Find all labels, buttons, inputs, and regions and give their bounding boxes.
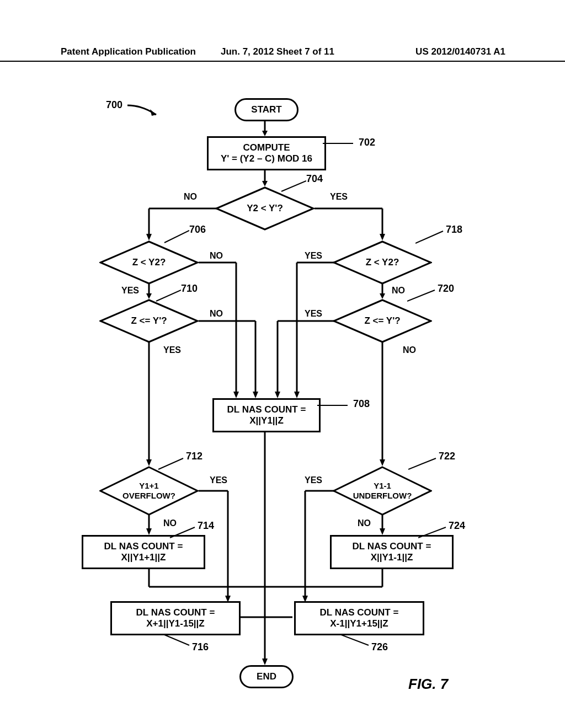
d712: Y1+1OVERFLOW? (99, 466, 199, 516)
d710-label: Z <= Y'? (131, 315, 167, 326)
svg-line-65 (164, 635, 189, 645)
p708: DL NAS COUNT = X||Y1||Z (212, 398, 321, 432)
ref-720: 720 (438, 283, 454, 295)
leader-712 (156, 457, 186, 471)
leader-710 (153, 288, 181, 303)
svg-marker-44 (262, 659, 268, 665)
d718: Z < Y2? (333, 240, 432, 285)
svg-marker-39 (146, 459, 152, 466)
d712-label: Y1+1OVERFLOW? (122, 481, 175, 501)
leader-726 (341, 633, 371, 647)
ref-726: 726 (371, 641, 388, 653)
ref-712: 712 (186, 451, 202, 462)
svg-marker-19 (146, 293, 152, 299)
leader-718 (415, 229, 446, 245)
svg-marker-37 (275, 392, 280, 398)
ref-706: 706 (189, 224, 206, 235)
p714: DL NAS COUNT = X||Y1+1||Z (82, 535, 205, 569)
svg-line-29 (156, 290, 181, 301)
d706: Z < Y2? (99, 240, 199, 285)
ref-708: 708 (353, 398, 370, 410)
arrow-726-merge (265, 614, 295, 620)
p716-l1: DL NAS COUNT = (136, 607, 215, 618)
end-node: END (239, 665, 294, 688)
leader-716 (162, 633, 192, 647)
start-label: START (251, 104, 281, 115)
svg-marker-13 (380, 234, 385, 240)
d718-label: Z < Y2? (366, 257, 399, 268)
leader-700 (126, 104, 164, 120)
p726-l2: X-1||Y1+15||Z (330, 618, 388, 629)
start-node: START (234, 98, 299, 121)
lbl-706-yes: YES (121, 286, 139, 296)
arrow-710-no (198, 319, 258, 398)
leader-702 (323, 141, 356, 146)
lbl-722-yes: YES (305, 475, 322, 485)
flowchart-canvas: 700 START COMPUTE Y' = (Y2 – C) MOD 16 7… (0, 88, 565, 695)
arrow-714-merge (146, 568, 268, 590)
compute-l1: COMPUTE (243, 142, 290, 153)
arrow-706-yes (146, 283, 152, 299)
ref-714: 714 (198, 520, 214, 532)
d722-label: Y1-1UNDERFLOW? (353, 481, 412, 501)
arrow-704-yes (313, 206, 385, 240)
svg-line-48 (408, 458, 436, 469)
p716-l2: X+1||Y1-15||Z (146, 618, 205, 629)
d710: Z <= Y'? (99, 299, 199, 343)
svg-line-59 (170, 527, 195, 538)
figure-label: FIG. 7 (408, 676, 448, 693)
lbl-704-yes: YES (330, 192, 348, 202)
ref-716: 716 (192, 641, 209, 653)
leader-720 (407, 288, 438, 303)
ref-724: 724 (449, 520, 465, 532)
svg-marker-58 (380, 528, 385, 535)
d706-label: Z < Y2? (132, 257, 166, 268)
lbl-722-no: NO (358, 518, 371, 528)
svg-marker-5 (262, 181, 268, 186)
leader-704 (279, 179, 306, 193)
svg-line-46 (158, 458, 183, 469)
svg-line-15 (164, 231, 189, 243)
p726: DL NAS COUNT = X-1||Y1+15||Z (294, 601, 424, 635)
arrow-720-yes (275, 319, 335, 398)
arrow-720-no (380, 342, 385, 466)
d720: Z <= Y'? (333, 299, 432, 343)
svg-line-31 (407, 290, 435, 301)
arrow-722-no (380, 515, 385, 535)
arrow-716-merge (237, 614, 268, 620)
ref-702: 702 (359, 137, 375, 148)
p726-l1: DL NAS COUNT = (320, 607, 399, 618)
svg-marker-41 (380, 459, 385, 466)
header-left: Patent Application Publication (61, 46, 196, 57)
end-label: END (257, 671, 276, 682)
header-right: US 2012/0140731 A1 (415, 46, 505, 57)
lbl-710-no: NO (210, 309, 223, 319)
leader-708 (317, 403, 350, 408)
ref-700: 700 (106, 99, 122, 111)
arrow-718-no (380, 283, 385, 299)
compute-l2: Y' = (Y2 – C) MOD 16 (221, 153, 312, 164)
p716: DL NAS COUNT = X+1||Y1-15||Z (110, 601, 241, 635)
svg-line-60 (418, 527, 446, 538)
lbl-720-yes: YES (305, 309, 322, 319)
ref-722: 722 (439, 451, 455, 462)
compute-node: COMPUTE Y' = (Y2 – C) MOD 16 (207, 136, 326, 170)
lbl-718-no: NO (392, 286, 405, 296)
d722: Y1-1UNDERFLOW? (333, 466, 432, 516)
lbl-706-no: NO (210, 251, 223, 261)
lbl-718-yes: YES (305, 251, 322, 261)
p724-l1: DL NAS COUNT = (353, 541, 431, 552)
svg-line-66 (341, 635, 369, 645)
p708-l1: DL NAS COUNT = (227, 404, 306, 415)
ref-704: 704 (306, 173, 323, 185)
p714-l1: DL NAS COUNT = (104, 541, 183, 552)
lbl-720-no: NO (403, 345, 416, 355)
d704-label: Y2 < Y'? (247, 203, 283, 214)
p724-l2: X||Y1-1||Z (371, 552, 413, 563)
lbl-712-yes: YES (210, 475, 227, 485)
svg-marker-2 (262, 131, 268, 136)
lbl-710-yes: YES (163, 345, 181, 355)
page-header: Patent Application Publication Jun. 7, 2… (0, 46, 565, 62)
d720-label: Z <= Y'? (364, 315, 400, 326)
leader-714 (167, 526, 198, 539)
